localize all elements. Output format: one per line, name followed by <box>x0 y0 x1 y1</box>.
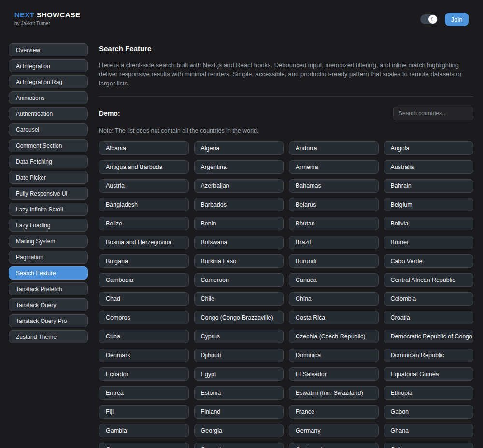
country-card-bhutan: Bhutan <box>289 217 379 230</box>
country-card-armenia: Armenia <box>289 160 379 174</box>
country-card-cameroon: Cameroon <box>194 273 284 287</box>
main-content: Search Feature Here is a client-side sea… <box>99 43 473 448</box>
country-card-greece: Greece <box>99 443 189 448</box>
page-layout: OverviewAi IntegrationAi Integration Rag… <box>0 43 483 448</box>
country-card-central-african-republic: Central African Republic <box>384 273 474 287</box>
app-header: NEXT SHOWCASE by Jakkrit Turner ☾ Join <box>0 0 483 26</box>
sidebar-item-tanstack-prefetch[interactable]: Tanstack Prefetch <box>9 282 88 295</box>
country-card-france: France <box>289 405 379 419</box>
country-card-eritrea: Eritrea <box>99 386 189 400</box>
country-card-gabon: Gabon <box>384 405 474 419</box>
country-card-ethiopia: Ethiopia <box>384 386 474 400</box>
country-grid: AlbaniaAlgeriaAndorraAngolaAntigua and B… <box>99 141 473 448</box>
country-card-cambodia: Cambodia <box>99 273 189 287</box>
country-card-guatemala: Guatemala <box>289 443 379 448</box>
sidebar-item-zustand-theme[interactable]: Zustand Theme <box>9 330 88 343</box>
country-card-andorra: Andorra <box>289 141 379 155</box>
country-card-georgia: Georgia <box>194 424 284 437</box>
sidebar-item-mailing-system[interactable]: Mailing System <box>9 235 88 248</box>
country-card-cuba: Cuba <box>99 330 189 343</box>
country-card-dominica: Dominica <box>289 349 379 362</box>
country-card-denmark: Denmark <box>99 349 189 362</box>
country-card-angola: Angola <box>384 141 474 155</box>
country-card-ecuador: Ecuador <box>99 367 189 381</box>
country-card-belize: Belize <box>99 217 189 230</box>
country-card-eswatini-fmr-swaziland: Eswatini (fmr. Swaziland) <box>289 386 379 400</box>
sidebar-item-fully-responsive-ui[interactable]: Fully Responsive Ui <box>9 187 88 200</box>
country-card-fiji: Fiji <box>99 405 189 419</box>
country-card-estonia: Estonia <box>194 386 284 400</box>
country-card-bosnia-and-herzegovina: Bosnia and Herzegovina <box>99 236 189 249</box>
country-card-costa-rica: Costa Rica <box>289 311 379 324</box>
sidebar-item-overview[interactable]: Overview <box>9 43 88 56</box>
page-title: Search Feature <box>99 44 473 53</box>
header-actions: ☾ Join <box>420 13 469 26</box>
country-card-finland: Finland <box>194 405 284 419</box>
country-card-albania: Albania <box>99 141 189 155</box>
sidebar-item-ai-integration[interactable]: Ai Integration <box>9 59 88 72</box>
country-card-czechia-czech-republic: Czechia (Czech Republic) <box>289 330 379 343</box>
sidebar: OverviewAi IntegrationAi Integration Rag… <box>9 43 88 343</box>
logo-primary: NEXT <box>14 11 34 19</box>
country-card-bangladesh: Bangladesh <box>99 198 189 211</box>
sidebar-item-authentication[interactable]: Authentication <box>9 107 88 120</box>
demo-row: Demo: <box>99 107 473 120</box>
country-card-burkina-faso: Burkina Faso <box>194 254 284 268</box>
search-input[interactable] <box>393 107 473 120</box>
sidebar-item-lazy-loading[interactable]: Lazy Loading <box>9 219 88 232</box>
sidebar-item-data-fetching[interactable]: Data Fetching <box>9 155 88 168</box>
country-card-benin: Benin <box>194 217 284 230</box>
country-card-burundi: Burundi <box>289 254 379 268</box>
country-card-bulgaria: Bulgaria <box>99 254 189 268</box>
country-card-grenada: Grenada <box>194 443 284 448</box>
country-card-china: China <box>289 292 379 306</box>
country-card-chile: Chile <box>194 292 284 306</box>
country-card-egypt: Egypt <box>194 367 284 381</box>
sidebar-item-animations[interactable]: Animations <box>9 91 88 104</box>
country-card-barbados: Barbados <box>194 198 284 211</box>
sidebar-item-tanstack-query[interactable]: Tanstack Query <box>9 298 88 311</box>
country-card-cyprus: Cyprus <box>194 330 284 343</box>
logo-byline: by Jakkrit Turner <box>14 21 80 26</box>
country-card-equatorial-guinea: Equatorial Guinea <box>384 367 474 381</box>
country-card-colombia: Colombia <box>384 292 474 306</box>
theme-toggle[interactable]: ☾ <box>420 14 438 24</box>
country-card-el-salvador: El Salvador <box>289 367 379 381</box>
divider <box>99 96 473 97</box>
country-card-comoros: Comoros <box>99 311 189 324</box>
logo-title: NEXT SHOWCASE <box>14 11 80 19</box>
country-card-croatia: Croatia <box>384 311 474 324</box>
country-card-canada: Canada <box>289 273 379 287</box>
sidebar-item-carousel[interactable]: Carousel <box>9 123 88 136</box>
country-card-bahamas: Bahamas <box>289 179 379 193</box>
logo[interactable]: NEXT SHOWCASE by Jakkrit Turner <box>14 11 80 26</box>
country-card-congo-congo-brazzaville: Congo (Congo-Brazzaville) <box>194 311 284 324</box>
sidebar-item-tanstack-query-pro[interactable]: Tanstack Query Pro <box>9 314 88 327</box>
sidebar-item-date-picker[interactable]: Date Picker <box>9 171 88 184</box>
country-card-argentina: Argentina <box>194 160 284 174</box>
country-card-gambia: Gambia <box>99 424 189 437</box>
country-card-djibouti: Djibouti <box>194 349 284 362</box>
sidebar-item-lazy-infinite-scroll[interactable]: Lazy Infinite Scroll <box>9 203 88 216</box>
sidebar-item-comment-section[interactable]: Comment Section <box>9 139 88 152</box>
country-card-brazil: Brazil <box>289 236 379 249</box>
country-card-austria: Austria <box>99 179 189 193</box>
country-card-belarus: Belarus <box>289 198 379 211</box>
sidebar-item-ai-integration-rag[interactable]: Ai Integration Rag <box>9 75 88 88</box>
moon-icon: ☾ <box>430 17 435 22</box>
country-card-belgium: Belgium <box>384 198 474 211</box>
country-card-bolivia: Bolivia <box>384 217 474 230</box>
sidebar-item-search-feature[interactable]: Search Feature <box>9 266 88 280</box>
theme-toggle-knob: ☾ <box>428 15 437 24</box>
country-card-germany: Germany <box>289 424 379 437</box>
country-card-cabo-verde: Cabo Verde <box>384 254 474 268</box>
note-text: Note: The list does not contain all the … <box>99 127 473 134</box>
country-card-brunei: Brunei <box>384 236 474 249</box>
country-card-algeria: Algeria <box>194 141 284 155</box>
country-card-azerbaijan: Azerbaijan <box>194 179 284 193</box>
country-card-ghana: Ghana <box>384 424 474 437</box>
country-card-australia: Australia <box>384 160 474 174</box>
sidebar-item-pagination[interactable]: Pagination <box>9 251 88 264</box>
country-card-botswana: Botswana <box>194 236 284 249</box>
join-button[interactable]: Join <box>445 13 469 26</box>
